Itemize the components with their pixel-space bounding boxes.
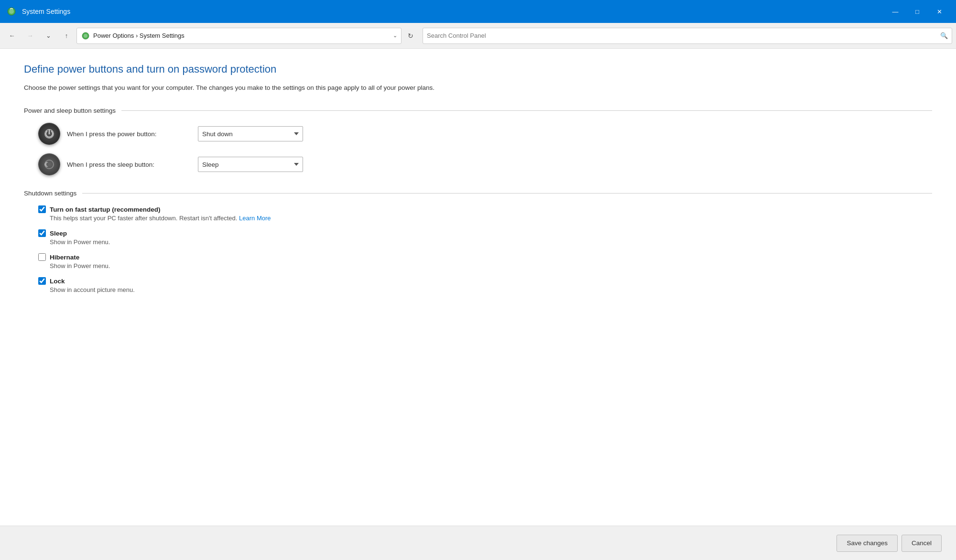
address-field[interactable]: Power Options › System Settings ⌄ bbox=[76, 28, 402, 44]
address-app-icon bbox=[81, 31, 90, 41]
lock-row: Lock Show in account picture menu. bbox=[38, 277, 932, 293]
svg-point-3 bbox=[84, 34, 87, 38]
sleep-button-select[interactable]: Do nothing Sleep Hibernate Shut down Tur… bbox=[198, 157, 303, 172]
sleep-desc: Show in Power menu. bbox=[50, 238, 932, 246]
sleep-button-row: When I press the sleep button: Do nothin… bbox=[38, 153, 932, 175]
shutdown-section-header: Shutdown settings bbox=[24, 190, 932, 197]
hibernate-desc: Show in Power menu. bbox=[50, 262, 932, 269]
power-button-icon bbox=[38, 123, 60, 145]
back-button[interactable]: ← bbox=[4, 28, 20, 44]
sleep-title: Sleep bbox=[50, 230, 67, 237]
breadcrumb-power-options: Power Options bbox=[93, 32, 134, 39]
app-icon bbox=[6, 6, 17, 17]
save-changes-button[interactable]: Save changes bbox=[836, 535, 898, 552]
power-button-label: When I press the power button: bbox=[67, 130, 191, 138]
power-sleep-section-header: Power and sleep button settings bbox=[24, 107, 932, 114]
fast-startup-label-row: Turn on fast startup (recommended) bbox=[38, 205, 932, 213]
sleep-label-row: Sleep bbox=[38, 229, 932, 237]
lock-desc: Show in account picture menu. bbox=[50, 286, 932, 293]
dropdown-recent-button[interactable]: ⌄ bbox=[40, 28, 56, 44]
power-sleep-section-title: Power and sleep button settings bbox=[24, 107, 116, 114]
fast-startup-row: Turn on fast startup (recommended) This … bbox=[38, 205, 932, 222]
power-button-row: When I press the power button: Do nothin… bbox=[38, 123, 932, 145]
breadcrumb-system-settings: System Settings bbox=[140, 32, 185, 39]
hibernate-title: Hibernate bbox=[50, 254, 79, 261]
window-controls: — □ ✕ bbox=[884, 0, 950, 23]
learn-more-link[interactable]: Learn More bbox=[239, 215, 271, 222]
section-divider bbox=[121, 110, 932, 111]
bottom-bar: Save changes Cancel bbox=[0, 526, 956, 560]
svg-point-1 bbox=[9, 9, 14, 14]
search-icon: 🔍 bbox=[940, 32, 948, 39]
fast-startup-checkbox[interactable] bbox=[38, 205, 46, 213]
hibernate-row: Hibernate Show in Power menu. bbox=[38, 253, 932, 269]
fast-startup-desc: This helps start your PC faster after sh… bbox=[50, 215, 932, 222]
sleep-button-label: When I press the sleep button: bbox=[67, 161, 191, 168]
breadcrumb-text: Power Options › System Settings bbox=[93, 32, 390, 39]
page-title: Define power buttons and turn on passwor… bbox=[24, 63, 932, 75]
lock-checkbox[interactable] bbox=[38, 277, 46, 285]
address-bar: ← → ⌄ ↑ Power Options › System Settings … bbox=[0, 23, 956, 49]
fast-startup-title: Turn on fast startup (recommended) bbox=[50, 206, 161, 213]
shutdown-settings: Turn on fast startup (recommended) This … bbox=[38, 205, 932, 293]
lock-label-row: Lock bbox=[38, 277, 932, 285]
search-input[interactable] bbox=[427, 32, 940, 39]
hibernate-label-row: Hibernate bbox=[38, 253, 932, 261]
close-button[interactable]: ✕ bbox=[928, 0, 950, 23]
power-button-select[interactable]: Do nothing Sleep Hibernate Shut down Tur… bbox=[198, 126, 303, 141]
page-description: Choose the power settings that you want … bbox=[24, 83, 454, 93]
sleep-button-icon bbox=[38, 153, 60, 175]
cancel-button[interactable]: Cancel bbox=[902, 535, 942, 552]
sleep-checkbox[interactable] bbox=[38, 229, 46, 237]
title-bar-left: System Settings bbox=[6, 6, 70, 17]
main-content: Define power buttons and turn on passwor… bbox=[0, 49, 956, 560]
hibernate-checkbox[interactable] bbox=[38, 253, 46, 261]
breadcrumb-separator: › bbox=[136, 32, 140, 39]
shutdown-section-title: Shutdown settings bbox=[24, 190, 76, 197]
address-dropdown-icon: ⌄ bbox=[393, 32, 397, 39]
minimize-button[interactable]: — bbox=[884, 0, 906, 23]
shutdown-section-divider bbox=[82, 193, 932, 194]
lock-title: Lock bbox=[50, 278, 65, 285]
window-title: System Settings bbox=[22, 8, 70, 15]
up-button[interactable]: ↑ bbox=[58, 28, 75, 44]
title-bar: System Settings — □ ✕ bbox=[0, 0, 956, 23]
search-bar: 🔍 bbox=[423, 28, 952, 44]
refresh-button[interactable]: ↻ bbox=[403, 29, 418, 43]
forward-button[interactable]: → bbox=[22, 28, 38, 44]
maximize-button[interactable]: □ bbox=[906, 0, 928, 23]
sleep-row: Sleep Show in Power menu. bbox=[38, 229, 932, 246]
power-settings: When I press the power button: Do nothin… bbox=[38, 123, 932, 175]
